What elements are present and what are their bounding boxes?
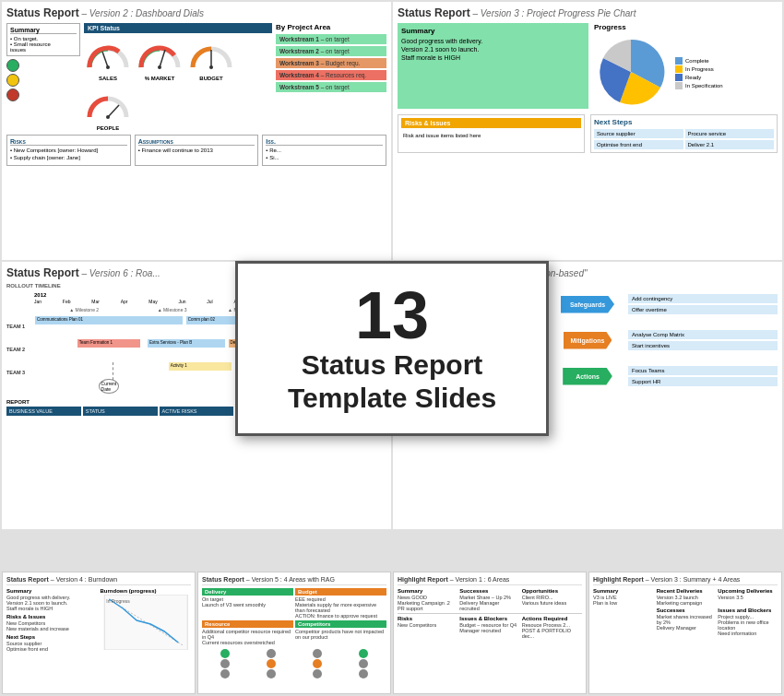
v2-title: Status Report – Version 2 : Dashboard Di… xyxy=(6,6,386,19)
h1-summary: Summary News GOOD Marketing Campaign .2 … xyxy=(398,588,457,611)
risks-box: Risks New Competitors [owner: Howard] Su… xyxy=(6,135,131,166)
v3-bottom-section: Risks & Issues Risk and issue items list… xyxy=(398,114,778,153)
h3-upcoming-deliveries: Upcoming Deliveries Version 3.5 xyxy=(718,588,778,606)
next-step-2: Procure service xyxy=(685,129,775,138)
people-gauge-icon xyxy=(84,85,132,122)
v3-top-section: Summary Good progress with delivery. Ver… xyxy=(398,23,778,109)
workstream-5: Workstream 5 – on target xyxy=(276,82,386,92)
panel-highlight1: Highlight Report – Version 1 : 6 Areas S… xyxy=(393,572,587,694)
delivery-area: Delivery On target Launch of V3 went smo… xyxy=(202,588,293,619)
h3-recent-deliveries: Recent Deliveries Version 3.2 launch Mar… xyxy=(657,588,717,606)
workstream-2: Workstream 2 – on target xyxy=(276,46,386,56)
inspec-color xyxy=(675,82,683,89)
v3-progress: Progress Com xyxy=(594,23,778,109)
v5-rag-grid: Delivery On target Launch of V3 went smo… xyxy=(202,588,386,645)
svg-line-0 xyxy=(102,52,108,67)
next-step-1: Source supplier xyxy=(594,129,683,138)
tl-green xyxy=(6,59,19,72)
complete-color xyxy=(675,57,683,65)
v5-title: Status Report – Version 5 : 4 Areas with… xyxy=(202,576,386,585)
svg-point-5 xyxy=(209,65,213,69)
issues-box: Iss. Re... Si... xyxy=(262,135,386,166)
h1-opportunities: Opportunities Client RIRO... Various fut… xyxy=(522,588,582,611)
traffic-light xyxy=(6,59,21,101)
overlay-text-line1: Status Report xyxy=(266,348,518,382)
dial-sales: SALES xyxy=(84,35,132,81)
highlight3-title: Highlight Report – Version 3 : Summary +… xyxy=(593,576,778,585)
next-steps-grid: Source supplier Procure service Optimise… xyxy=(594,129,774,149)
v3-risks-issues: Risks & Issues Risk and issue items list… xyxy=(398,114,585,153)
kpi-section: KPI Status SALES xyxy=(84,23,272,131)
tl-red xyxy=(6,88,19,101)
h3-areas: Recent Deliveries Version 3.2 launch Mar… xyxy=(657,588,778,636)
budget-area: Budget EEE required Materials supply far… xyxy=(295,588,386,619)
dial-people: PEOPLE xyxy=(84,85,132,131)
workstream-4: Workstream 4 – Resources req. xyxy=(276,70,386,80)
overlay-text-line2: Template Slides xyxy=(266,382,518,415)
ready-color xyxy=(675,74,683,81)
svg-point-3 xyxy=(158,65,161,69)
bottom-panels: Status Report – Version 4 : Burndown Sum… xyxy=(0,570,784,696)
overlay-number: 13 xyxy=(266,282,518,348)
panel-v5: Status Report – Version 5 : 4 Areas with… xyxy=(197,572,391,694)
highlight1-bottom: Risks New Competitors Issues & Blockers … xyxy=(398,613,582,639)
market-gauge-icon xyxy=(136,35,184,72)
actions-arrow: Actions xyxy=(563,368,612,385)
v2-top-section: Summary • On target. • Small resource is… xyxy=(6,23,386,131)
safeguards-arrow: Safeguards xyxy=(561,296,614,313)
competitors-area: Competitors Competitor products have not… xyxy=(295,620,386,645)
panel-highlight3: Highlight Report – Version 3 : Summary +… xyxy=(588,572,782,694)
svg-line-2 xyxy=(160,50,165,67)
v3-next-steps: Next Steps Source supplier Procure servi… xyxy=(590,114,778,153)
svg-text:In Progress: In Progress xyxy=(106,598,130,604)
mitigations-arrow: Mitigations xyxy=(564,332,612,349)
v2-bottom-section: Risks New Competitors [owner: Howard] Su… xyxy=(6,135,386,166)
dial-market: % MARKET xyxy=(136,35,184,81)
h1-successes: Successes Market Share – Up 2% Delivery … xyxy=(459,588,519,611)
resource-area: Resource Additional competitor resource … xyxy=(202,620,293,645)
h1-risks: Risks New Competitors xyxy=(398,616,457,639)
inprogress-color xyxy=(675,65,683,73)
v4-title: Status Report – Version 4 : Burndown xyxy=(6,576,191,585)
next-step-3: Optimise front end xyxy=(594,140,683,149)
panel-v2: Status Report – Version 2 : Dashboard Di… xyxy=(2,2,391,260)
svg-line-6 xyxy=(108,105,119,117)
panel-v3: Status Report – Version 3 : Project Prog… xyxy=(393,2,782,260)
highlight1-top: Summary News GOOD Marketing Campaign .2 … xyxy=(398,588,582,611)
h1-actions-required: Actions Required Resouce Process 2... PO… xyxy=(522,616,582,639)
v4-summary: Summary Good progress with delivery. Ver… xyxy=(6,588,98,652)
progress-legend: Complete In Progress Ready In Speci xyxy=(675,57,723,90)
progress-pie-chart xyxy=(594,35,668,109)
panel-v4: Status Report – Version 4 : Burndown Sum… xyxy=(2,572,196,694)
tl-amber xyxy=(6,74,19,87)
h3-summary: Summary V3 is LIVE Plan is low xyxy=(593,588,654,636)
h3-issues-blockers: Issues and Blockers Project supply... Pr… xyxy=(718,608,778,636)
workstream-3: Workstream 3 – Budget requ. xyxy=(276,58,386,68)
kpi-header: KPI Status xyxy=(84,23,272,33)
overlay-box: 13 Status Report Template Slides xyxy=(235,261,549,436)
v3-title: Status Report – Version 3 : Project Prog… xyxy=(398,6,778,19)
next-step-4: Deliver 2.1 xyxy=(685,140,775,149)
by-project-area: By Project Area Workstream 1 – on target… xyxy=(276,23,386,131)
v2-summary-box: Summary • On target. • Small resource is… xyxy=(6,23,80,56)
rag-traffic-lights xyxy=(202,649,386,678)
svg-point-7 xyxy=(106,115,110,119)
assumptions-box: Assumptions Finance will continue to 201… xyxy=(135,135,259,166)
burndown-chart-icon: In Progress xyxy=(101,595,192,650)
v3-summary: Summary Good progress with delivery. Ver… xyxy=(398,23,588,109)
highlight1-title: Highlight Report – Version 1 : 6 Areas xyxy=(398,576,582,585)
v4-burndown: Burndown (progress) In Progress xyxy=(101,588,192,652)
workstream-1: Workstream 1 – on target xyxy=(276,34,386,44)
h3-successes: Successes Market shares increased by 2% … xyxy=(657,608,717,636)
budget-gauge-icon xyxy=(187,35,235,72)
sales-gauge-icon xyxy=(84,35,132,72)
svg-point-1 xyxy=(106,65,110,69)
h1-issues-blockers: Issues & Blockers Budget – resource for … xyxy=(459,616,519,639)
dial-budget: BUDGET xyxy=(187,35,235,81)
v2-left-section: Summary • On target. • Small resource is… xyxy=(6,23,80,131)
dials-container: SALES % MARKET xyxy=(84,35,272,131)
